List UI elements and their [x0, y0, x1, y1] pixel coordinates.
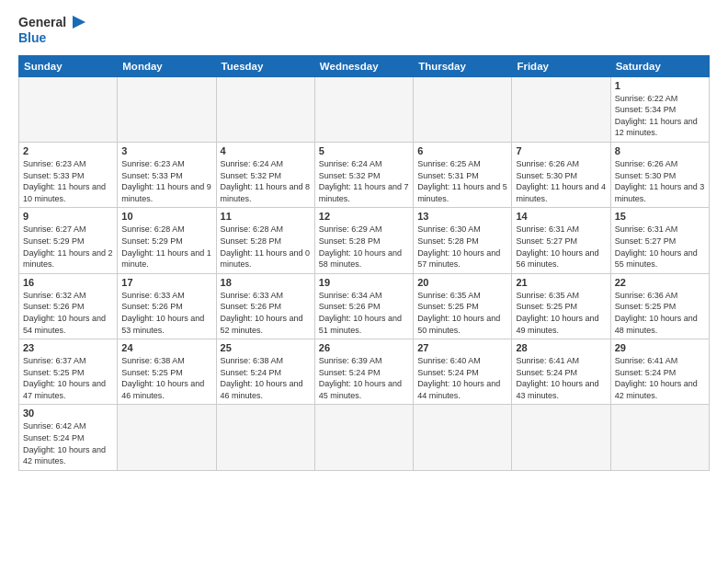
- column-header-tuesday: Tuesday: [216, 55, 314, 76]
- calendar-cell: 15Sunrise: 6:31 AM Sunset: 5:27 PM Dayli…: [610, 208, 709, 273]
- day-number: 20: [417, 277, 507, 288]
- calendar-cell: 16Sunrise: 6:32 AM Sunset: 5:26 PM Dayli…: [19, 273, 118, 339]
- calendar-cell: 2Sunrise: 6:23 AM Sunset: 5:33 PM Daylig…: [19, 142, 118, 207]
- calendar-cell: 11Sunrise: 6:28 AM Sunset: 5:28 PM Dayli…: [216, 208, 314, 273]
- day-info: Sunrise: 6:36 AM Sunset: 5:25 PM Dayligh…: [615, 290, 705, 336]
- calendar-cell: 30Sunrise: 6:42 AM Sunset: 5:24 PM Dayli…: [19, 405, 118, 470]
- logo-text-block: General Blue: [18, 15, 85, 46]
- calendar-cell: 7Sunrise: 6:26 AM Sunset: 5:30 PM Daylig…: [512, 142, 610, 207]
- calendar-cell: 29Sunrise: 6:41 AM Sunset: 5:24 PM Dayli…: [610, 339, 709, 405]
- calendar-cell: [118, 405, 216, 470]
- day-number: 6: [417, 145, 507, 156]
- day-number: 3: [121, 145, 211, 156]
- calendar-cell: [512, 405, 610, 470]
- day-number: 22: [615, 277, 705, 288]
- day-info: Sunrise: 6:28 AM Sunset: 5:29 PM Dayligh…: [121, 224, 211, 270]
- day-number: 24: [121, 342, 211, 353]
- day-number: 13: [417, 211, 507, 222]
- day-info: Sunrise: 6:23 AM Sunset: 5:33 PM Dayligh…: [23, 158, 113, 204]
- day-info: Sunrise: 6:25 AM Sunset: 5:31 PM Dayligh…: [417, 158, 507, 204]
- column-header-friday: Friday: [512, 55, 610, 76]
- calendar-cell: 17Sunrise: 6:33 AM Sunset: 5:26 PM Dayli…: [118, 273, 216, 339]
- day-number: 29: [615, 342, 705, 353]
- column-header-monday: Monday: [118, 55, 216, 76]
- calendar-week-row: 1Sunrise: 6:22 AM Sunset: 5:34 PM Daylig…: [19, 76, 710, 142]
- day-info: Sunrise: 6:35 AM Sunset: 5:25 PM Dayligh…: [516, 290, 606, 336]
- header: General Blue: [18, 15, 710, 46]
- calendar-cell: 22Sunrise: 6:36 AM Sunset: 5:25 PM Dayli…: [610, 273, 709, 339]
- day-number: 26: [319, 342, 409, 353]
- calendar-cell: 9Sunrise: 6:27 AM Sunset: 5:29 PM Daylig…: [19, 208, 118, 273]
- calendar-cell: 14Sunrise: 6:31 AM Sunset: 5:27 PM Dayli…: [512, 208, 610, 273]
- day-info: Sunrise: 6:33 AM Sunset: 5:26 PM Dayligh…: [121, 290, 211, 336]
- calendar-cell: 24Sunrise: 6:38 AM Sunset: 5:25 PM Dayli…: [118, 339, 216, 405]
- day-info: Sunrise: 6:37 AM Sunset: 5:25 PM Dayligh…: [23, 355, 113, 401]
- calendar-cell: 28Sunrise: 6:41 AM Sunset: 5:24 PM Dayli…: [512, 339, 610, 405]
- day-number: 2: [23, 145, 113, 156]
- calendar-cell: 13Sunrise: 6:30 AM Sunset: 5:28 PM Dayli…: [414, 208, 512, 273]
- calendar-cell: [216, 76, 314, 142]
- day-info: Sunrise: 6:32 AM Sunset: 5:26 PM Dayligh…: [23, 290, 113, 336]
- day-number: 18: [221, 277, 311, 288]
- calendar-table: SundayMondayTuesdayWednesdayThursdayFrid…: [18, 55, 710, 471]
- day-number: 8: [615, 145, 705, 156]
- day-number: 17: [121, 277, 211, 288]
- calendar-cell: 26Sunrise: 6:39 AM Sunset: 5:24 PM Dayli…: [314, 339, 413, 405]
- calendar-cell: 20Sunrise: 6:35 AM Sunset: 5:25 PM Dayli…: [414, 273, 512, 339]
- day-number: 21: [516, 277, 606, 288]
- day-info: Sunrise: 6:41 AM Sunset: 5:24 PM Dayligh…: [516, 355, 606, 401]
- day-info: Sunrise: 6:40 AM Sunset: 5:24 PM Dayligh…: [417, 355, 507, 401]
- calendar-cell: 21Sunrise: 6:35 AM Sunset: 5:25 PM Dayli…: [512, 273, 610, 339]
- day-number: 9: [23, 211, 113, 222]
- day-info: Sunrise: 6:41 AM Sunset: 5:24 PM Dayligh…: [615, 355, 705, 401]
- calendar-cell: [610, 405, 709, 470]
- day-info: Sunrise: 6:24 AM Sunset: 5:32 PM Dayligh…: [221, 158, 311, 204]
- calendar-cell: 10Sunrise: 6:28 AM Sunset: 5:29 PM Dayli…: [118, 208, 216, 273]
- calendar-cell: 4Sunrise: 6:24 AM Sunset: 5:32 PM Daylig…: [216, 142, 314, 207]
- day-number: 15: [615, 211, 705, 222]
- logo: General Blue: [18, 15, 85, 46]
- day-info: Sunrise: 6:26 AM Sunset: 5:30 PM Dayligh…: [615, 158, 705, 204]
- calendar-header-row: SundayMondayTuesdayWednesdayThursdayFrid…: [19, 55, 710, 76]
- page: General Blue SundayMondayTuesdayWednesda…: [0, 0, 728, 563]
- calendar-week-row: 23Sunrise: 6:37 AM Sunset: 5:25 PM Dayli…: [19, 339, 710, 405]
- calendar-cell: 12Sunrise: 6:29 AM Sunset: 5:28 PM Dayli…: [314, 208, 413, 273]
- day-number: 7: [516, 145, 606, 156]
- day-number: 16: [23, 277, 113, 288]
- day-number: 28: [516, 342, 606, 353]
- day-number: 1: [615, 80, 705, 91]
- day-number: 19: [319, 277, 409, 288]
- day-info: Sunrise: 6:31 AM Sunset: 5:27 PM Dayligh…: [516, 224, 606, 270]
- calendar-week-row: 16Sunrise: 6:32 AM Sunset: 5:26 PM Dayli…: [19, 273, 710, 339]
- calendar-cell: 8Sunrise: 6:26 AM Sunset: 5:30 PM Daylig…: [610, 142, 709, 207]
- svg-marker-0: [73, 16, 85, 29]
- logo-triangle-icon: [69, 16, 85, 29]
- day-info: Sunrise: 6:27 AM Sunset: 5:29 PM Dayligh…: [23, 224, 113, 270]
- column-header-thursday: Thursday: [414, 55, 512, 76]
- column-header-sunday: Sunday: [19, 55, 118, 76]
- day-info: Sunrise: 6:24 AM Sunset: 5:32 PM Dayligh…: [319, 158, 409, 204]
- calendar-cell: 27Sunrise: 6:40 AM Sunset: 5:24 PM Dayli…: [414, 339, 512, 405]
- calendar-cell: 25Sunrise: 6:38 AM Sunset: 5:24 PM Dayli…: [216, 339, 314, 405]
- day-info: Sunrise: 6:28 AM Sunset: 5:28 PM Dayligh…: [221, 224, 311, 270]
- day-number: 4: [221, 145, 311, 156]
- calendar-cell: [19, 76, 118, 142]
- column-header-saturday: Saturday: [610, 55, 709, 76]
- day-number: 10: [121, 211, 211, 222]
- calendar-cell: [414, 405, 512, 470]
- calendar-cell: [414, 76, 512, 142]
- calendar-cell: [314, 405, 413, 470]
- day-number: 27: [417, 342, 507, 353]
- day-info: Sunrise: 6:30 AM Sunset: 5:28 PM Dayligh…: [417, 224, 507, 270]
- day-info: Sunrise: 6:22 AM Sunset: 5:34 PM Dayligh…: [615, 93, 705, 139]
- day-info: Sunrise: 6:38 AM Sunset: 5:24 PM Dayligh…: [221, 355, 311, 401]
- day-info: Sunrise: 6:34 AM Sunset: 5:26 PM Dayligh…: [319, 290, 409, 336]
- day-info: Sunrise: 6:29 AM Sunset: 5:28 PM Dayligh…: [319, 224, 409, 270]
- calendar-cell: 6Sunrise: 6:25 AM Sunset: 5:31 PM Daylig…: [414, 142, 512, 207]
- day-number: 14: [516, 211, 606, 222]
- day-number: 25: [221, 342, 311, 353]
- day-info: Sunrise: 6:35 AM Sunset: 5:25 PM Dayligh…: [417, 290, 507, 336]
- calendar-cell: [314, 76, 413, 142]
- logo-blue-text: Blue: [18, 30, 85, 46]
- calendar-cell: 3Sunrise: 6:23 AM Sunset: 5:33 PM Daylig…: [118, 142, 216, 207]
